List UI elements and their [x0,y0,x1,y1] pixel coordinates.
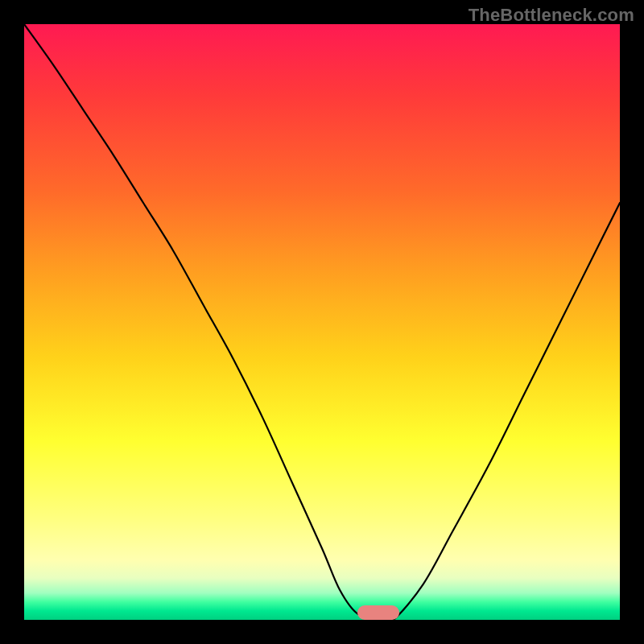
watermark-text: TheBottleneck.com [469,5,634,26]
bottleneck-curve [24,24,620,620]
optimal-range-marker [357,605,399,620]
chart-frame: TheBottleneck.com [0,0,644,644]
plot-area [24,24,620,620]
